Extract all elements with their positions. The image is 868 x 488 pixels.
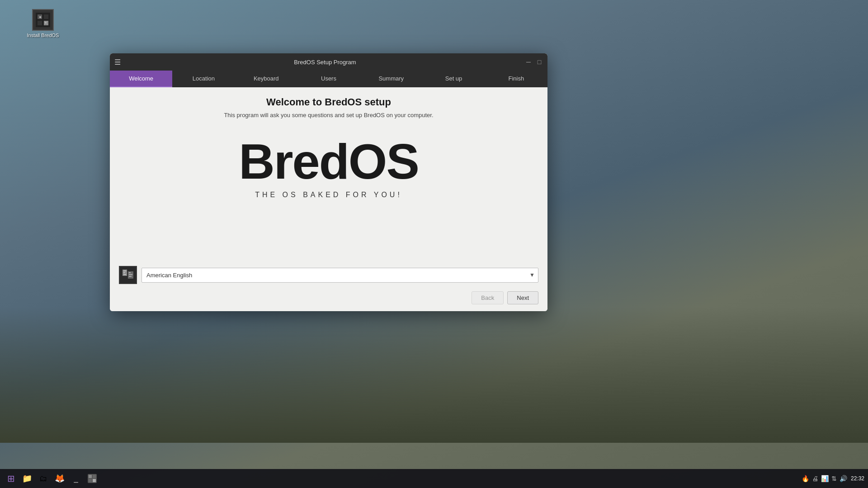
tray-print-icon[interactable]: 🖨 [812,475,818,482]
taskbar-left: ⊞ 📁 🗂 🦊 _ [4,471,99,486]
bg-overlay [0,307,868,443]
language-select[interactable]: American English British English Spanish… [142,268,538,283]
maximize-button[interactable]: □ [536,58,543,66]
tab-setup[interactable]: Set up [422,71,485,87]
titlebar: ☰ BredOS Setup Program ─ □ [110,53,547,71]
nav-tabs: Welcome Location Keyboard Users Summary … [110,71,547,87]
window-title: BredOS Setup Program [125,59,525,66]
apps-button[interactable]: ⊞ [4,471,18,486]
svg-rect-18 [93,475,96,478]
tray-flame-icon[interactable]: 🔥 [802,475,809,482]
tray-monitor-icon[interactable]: 📊 [821,475,829,482]
svg-rect-3 [38,21,42,25]
svg-rect-9 [123,270,126,271]
menu-icon[interactable]: ☰ [114,58,121,66]
welcome-subtitle: This program will ask you some questions… [224,112,433,118]
svg-rect-10 [123,272,125,273]
taskbar: ⊞ 📁 🗂 🦊 _ 🔥 🖨 📊 ⇅ 🔊 [0,469,868,488]
desktop: Install BredOS ☰ BredOS Setup Program ─ … [0,0,868,488]
desktop-icon-install-bredos[interactable]: Install BredOS [25,9,61,38]
tab-welcome[interactable]: Welcome [110,71,172,87]
firefox-taskbar-button[interactable]: 🦊 [52,471,67,486]
tab-users[interactable]: Users [297,71,360,87]
bottom-buttons: Back Next [472,291,538,304]
terminal-taskbar-button[interactable]: _ [69,471,83,486]
content-area: Welcome to BredOS setup This program wil… [110,87,547,311]
titlebar-controls: ─ □ [525,58,543,66]
svg-rect-5 [39,16,41,18]
language-select-wrapper: American English British English Spanish… [142,268,538,283]
tray-volume-icon[interactable]: 🔊 [840,475,847,482]
tab-keyboard[interactable]: Keyboard [235,71,297,87]
tab-summary[interactable]: Summary [360,71,422,87]
svg-rect-17 [89,475,92,478]
svg-rect-2 [44,14,48,19]
minimize-button[interactable]: ─ [525,58,532,66]
svg-rect-14 [129,274,132,275]
tray-network-icon[interactable]: ⇅ [831,475,837,482]
system-tray: 🔥 🖨 📊 ⇅ 🔊 [802,475,847,482]
install-bredos-icon-image [32,9,54,31]
svg-rect-15 [129,276,132,277]
setup-window: ☰ BredOS Setup Program ─ □ Welcome Locat… [110,53,547,311]
svg-rect-13 [129,272,131,273]
bredos-tagline: THE OS BAKED FOR YOU! [255,191,402,199]
files-taskbar-button[interactable]: 🗂 [36,471,51,486]
back-button[interactable]: Back [472,291,504,304]
folder-taskbar-button[interactable]: 📁 [20,471,34,486]
next-button[interactable]: Next [507,291,538,304]
bredos-logo-text: BredOS [239,137,419,186]
installer-taskbar-button[interactable] [85,471,99,486]
svg-rect-20 [93,479,96,482]
taskbar-clock: 22:32 [851,475,864,482]
welcome-title: Welcome to BredOS setup [266,96,391,108]
svg-rect-11 [123,274,126,275]
language-icon [119,266,137,284]
svg-rect-6 [45,22,47,24]
tab-finish[interactable]: Finish [485,71,547,87]
language-selector-area: American English British English Spanish… [119,266,538,284]
desktop-icon-label: Install BredOS [27,33,59,38]
svg-rect-19 [89,479,92,482]
tab-location[interactable]: Location [172,71,235,87]
taskbar-right: 🔥 🖨 📊 ⇅ 🔊 22:32 [802,475,864,482]
